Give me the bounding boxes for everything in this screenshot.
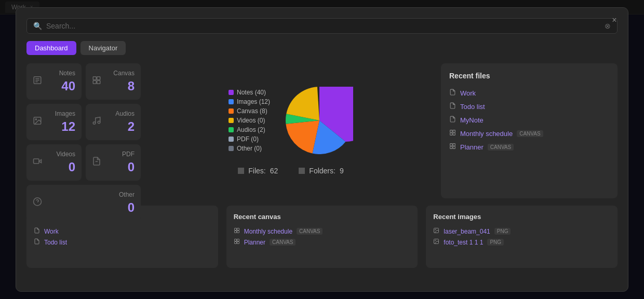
monthly-canvas-link[interactable]: Monthly schedule: [244, 228, 292, 235]
work-note-link[interactable]: Work: [44, 228, 59, 235]
legend-dot-images: [229, 99, 234, 104]
folders-icon: [299, 168, 305, 174]
stat-pdf: PDF 0: [86, 144, 141, 181]
legend-videos: Videos (0): [229, 117, 270, 124]
images-icon: [33, 116, 42, 128]
work-link[interactable]: Work: [460, 89, 476, 97]
chart-container: Notes (40) Images (12) Canvas (8): [229, 87, 353, 154]
other-value: 0: [128, 200, 135, 215]
notes-icon: [33, 76, 42, 88]
stat-videos: Videos 0: [26, 144, 82, 181]
planner-canvas-link[interactable]: Planner: [244, 239, 265, 246]
pdf-value: 0: [128, 160, 135, 174]
tab-dashboard[interactable]: Dashboard: [26, 41, 76, 55]
mynote-link[interactable]: MyNote: [460, 116, 484, 124]
planner-canvas-badge: CANVAS: [488, 144, 514, 151]
svg-point-10: [93, 122, 96, 125]
svg-rect-5: [97, 77, 100, 80]
svg-rect-27: [234, 231, 236, 233]
tab-navigator[interactable]: Navigator: [81, 41, 126, 55]
bottom-foto-test[interactable]: foto_test 1 1 1 PNG: [433, 237, 610, 248]
svg-rect-32: [237, 242, 239, 244]
search-icon: 🔍: [33, 22, 42, 30]
svg-rect-30: [237, 239, 239, 241]
pdf-icon: [92, 157, 101, 169]
monthly-canvas-icon: [449, 129, 456, 138]
svg-rect-18: [453, 130, 455, 132]
svg-rect-21: [450, 144, 452, 146]
svg-rect-22: [453, 144, 455, 146]
modal-close-button[interactable]: ×: [609, 15, 620, 25]
legend-images: Images (12): [229, 98, 270, 105]
todolist-doc-icon: [449, 102, 456, 111]
canvas-label: Canvas: [113, 70, 135, 77]
svg-rect-19: [450, 133, 452, 135]
legend-canvas: Canvas (8): [229, 107, 270, 115]
foto-test-link[interactable]: foto_test 1 1 1: [444, 239, 483, 246]
svg-rect-6: [93, 80, 96, 84]
stat-audios: Audios 2: [86, 104, 141, 140]
search-input[interactable]: [46, 22, 600, 30]
mynote-doc-icon: [449, 116, 456, 124]
legend-audios: Audios (2): [229, 126, 270, 133]
images-value: 12: [61, 119, 75, 134]
todolist-note-link[interactable]: Todo list: [44, 239, 67, 246]
foto-test-image-icon: [433, 238, 439, 246]
files-label: Files:: [248, 167, 265, 175]
bottom-todolist-note[interactable]: Todo list: [34, 237, 211, 248]
canvas-value: 8: [128, 79, 135, 93]
stats-grid: Notes 40 Canvas 8: [26, 63, 141, 198]
audios-value: 2: [128, 119, 135, 134]
canvas-icon: [92, 76, 101, 88]
recent-files-panel: Recent files Work Todo list: [441, 63, 618, 198]
legend-notes: Notes (40): [229, 89, 270, 96]
svg-rect-12: [34, 159, 39, 164]
other-icon: [33, 197, 42, 209]
folders-count: 9: [340, 167, 344, 175]
svg-point-11: [98, 121, 100, 124]
bottom-planner-badge: CANVAS: [270, 239, 296, 246]
recent-file-work[interactable]: Work: [449, 86, 609, 100]
recent-files-section: Recent files Work Todo list: [441, 63, 618, 198]
planner-canvas-icon: [449, 143, 456, 151]
bottom-planner-canvas[interactable]: Planner CANVAS: [234, 237, 411, 248]
legend-dot-canvas: [229, 108, 234, 114]
legend-dot-videos: [229, 118, 234, 123]
svg-point-36: [435, 240, 436, 241]
recent-images-title: Recent images: [433, 213, 610, 221]
bottom-monthly-canvas-icon: [234, 227, 240, 235]
pie-chart: [286, 87, 353, 154]
laser-beam-png-badge: PNG: [494, 228, 511, 235]
images-label: Images: [55, 110, 75, 117]
svg-rect-31: [234, 242, 236, 244]
notes-label: Notes: [59, 70, 75, 77]
recent-images-panel: Recent images laser_beam_041 PNG foto_te…: [426, 206, 618, 268]
svg-rect-26: [237, 228, 239, 230]
recent-canvas-title: Recent canvas: [234, 213, 411, 221]
audios-label: Audios: [115, 110, 135, 117]
svg-rect-28: [237, 231, 239, 233]
svg-rect-25: [234, 228, 236, 230]
legend-dot-notes: [229, 90, 234, 95]
videos-icon: [33, 157, 42, 169]
recent-file-planner[interactable]: Planner CANVAS: [449, 140, 609, 154]
recent-file-todolist[interactable]: Todo list: [449, 100, 609, 113]
monthly-link[interactable]: Monthly schedule: [460, 130, 513, 138]
work-note-icon: [34, 227, 40, 235]
svg-rect-23: [450, 146, 452, 148]
recent-file-monthly[interactable]: Monthly schedule CANVAS: [449, 127, 609, 140]
legend-dot-audios: [229, 127, 234, 132]
bottom-laser-beam[interactable]: laser_beam_041 PNG: [433, 226, 610, 237]
laser-beam-link[interactable]: laser_beam_041: [444, 228, 490, 235]
search-bar: 🔍 ⊗: [26, 18, 618, 34]
other-label: Other: [119, 191, 135, 198]
chart-section: Notes (40) Images (12) Canvas (8): [149, 63, 433, 198]
planner-link[interactable]: Planner: [460, 143, 484, 151]
stat-notes: Notes 40: [26, 63, 82, 100]
bottom-work-note[interactable]: Work: [34, 226, 211, 237]
bottom-monthly-canvas[interactable]: Monthly schedule CANVAS: [234, 226, 411, 237]
recent-file-mynote[interactable]: MyNote: [449, 113, 609, 127]
chart-legend: Notes (40) Images (12) Canvas (8): [229, 89, 270, 152]
todolist-link[interactable]: Todo list: [460, 103, 485, 111]
todolist-note-icon: [34, 238, 40, 246]
